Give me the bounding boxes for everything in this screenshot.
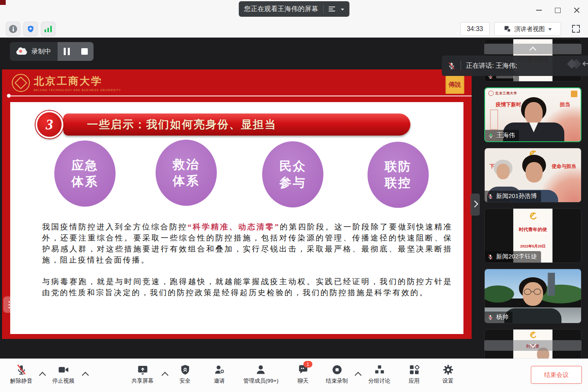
mic-on-icon [488,133,494,138]
chevron-down-icon [548,28,552,32]
end-recording-button[interactable]: 结束录制 [326,364,348,385]
corner-fragment [0,0,6,5]
invite-person-icon [214,364,225,375]
header-divider [8,96,472,96]
security-shield-icon [179,364,191,375]
undo-arrow-icon [581,59,588,69]
meeting-topbar: 34:33 演讲者视图 [0,20,588,38]
chat-button[interactable]: 1 聊天 [297,364,309,385]
university-logo: 北京工商大学 BEIJING TECHNOLOGY AND BUSINESS U… [12,74,121,92]
shield-plus-icon [27,25,35,33]
participant-name: 杨帅 [496,313,508,321]
settings-button[interactable]: 设置 [442,364,454,385]
party-emblem-icon [528,212,537,221]
participant-tile-sunhaobo[interactable]: 下新时 使命与担当 新闻201孙浩博 [484,148,581,203]
layout-icon [504,25,511,33]
share-screen-icon [137,364,148,375]
slide-paragraph-1: 我国疫情防控进入到全方位综合防控“科学精准、动态清零”的第四阶段。这一阶段除了要… [42,221,452,265]
slide-seal: 傳說 [445,75,464,94]
participant-tile-yangshuai[interactable]: 杨帅 [484,269,581,323]
camera-icon [58,364,69,375]
participant-name: 新闻201孙浩博 [496,192,537,200]
meeting-info-button[interactable] [6,22,20,36]
view-mode-button[interactable]: 演讲者视图 [494,22,561,36]
share-options-chevron[interactable] [162,372,169,379]
network-quality-button[interactable] [41,22,56,36]
security-button[interactable]: 安全 [179,364,191,385]
invite-button[interactable]: 邀请 [214,364,225,385]
mic-muted-icon [488,194,493,199]
recording-indicator: 录制中 [10,42,94,61]
participant-name-badge: 杨帅 [485,312,512,323]
stop-icon [81,48,88,55]
apps-button[interactable]: 应用 [408,364,420,385]
active-speaker-banner: 正在讲话: 王海伟; [442,56,588,76]
slide-title: 一些启示：我们如何亮身份、显担当 [87,117,276,132]
pause-icon [64,48,70,55]
scroll-up-button[interactable] [484,44,581,54]
slide-title-banner: 一些启示：我们如何亮身份、显担当 [63,114,410,136]
sidebar-collapse-handle[interactable] [470,194,480,216]
breakout-blocks-icon [374,364,385,375]
banner-divider [461,61,461,71]
university-emblem-icon [12,74,30,92]
close-button[interactable] [571,5,582,16]
watching-screen-label: 您正在观看王海伟的屏幕 [244,5,318,13]
party-emblem-icon [529,331,537,339]
concept-circle: 救治体系 [156,140,217,206]
share-screen-button[interactable]: 共享屏幕 [131,364,154,385]
members-icon [255,364,267,375]
minimize-button[interactable] [533,5,545,16]
stop-recording-button[interactable] [76,42,94,61]
mic-muted-icon [448,62,456,70]
video-options-chevron[interactable] [82,372,89,379]
end-meeting-button[interactable]: 结束会议 [531,366,582,384]
share-menu-caret-icon[interactable] [341,9,344,12]
participant-tile-liyujie[interactable]: 时代青年的使 2022年5月20日 新闻202李钰婕 [484,208,581,263]
breakout-rooms-button[interactable]: 分组讨论 [368,364,390,385]
maximize-button[interactable] [552,5,564,16]
university-name-en: BEIJING TECHNOLOGY AND BUSINESS UNIVERSI… [34,89,121,91]
participant-name-badge: 新闻202李钰婕 [485,251,541,263]
chevron-down-icon [530,341,537,348]
active-speaker-label: 正在讲话: 王海伟; [466,62,517,70]
stop-video-button[interactable]: 停止视频 [52,364,74,385]
highlight-phrase: “科学精准、动态清零” [187,223,280,231]
share-menu-icon[interactable] [328,6,336,12]
slide-paragraph-2: 与病毒赛跑，就是与时间竞速，跑得越快，就越能掌握战疫主动权。实践已经证明，我们的… [42,276,452,298]
pause-recording-button[interactable] [58,42,76,61]
slide-content: 一些启示：我们如何亮身份、显担当 3 应急体系 救治体系 民众参与 联防联控 我… [10,102,463,334]
pill-divider [323,5,323,13]
unmute-button[interactable]: 解除静音 [10,364,32,385]
view-mode-label: 演讲者视图 [514,25,545,33]
cloud-recording-icon [16,50,27,55]
scroll-down-button[interactable] [484,340,581,351]
close-icon [574,7,580,13]
recording-label: 录制中 [31,47,51,56]
annotation-list-button[interactable] [3,296,22,313]
section-number-badge: 3 [36,111,63,138]
mic-muted-icon [16,364,27,375]
security-shield-button[interactable] [23,22,38,36]
mic-muted-icon [488,254,493,260]
shared-screen-slide: 北京工商大学 BEIJING TECHNOLOGY AND BUSINESS U… [2,69,472,339]
info-icon [9,25,17,33]
fullscreen-icon [572,25,580,33]
minimize-icon [536,10,542,11]
concept-circle: 民众参与 [262,141,323,207]
participant-tile-wanghaiwei[interactable]: 北京工商大学 疫情下新时 担当 王海伟 [484,87,581,142]
fullscreen-button[interactable] [569,22,583,36]
participant-name-badge: 王海伟 [485,130,519,141]
chat-icon: 1 [297,364,309,375]
chat-unread-badge: 1 [303,361,312,368]
mic-options-chevron[interactable] [39,372,46,379]
recording-options-chevron[interactable] [355,372,362,379]
mic-muted-icon [488,314,493,320]
chevron-right-icon [471,200,478,207]
strip-slide-title: 时代青年的使 [513,227,552,233]
concept-circle: 应急体系 [54,140,116,207]
meeting-timer: 34:33 [460,22,490,36]
participant-name: 新闻202李钰婕 [496,253,537,261]
header-divider-dot [7,94,11,98]
manage-members-button[interactable]: 管理成员(99+) [243,364,278,385]
